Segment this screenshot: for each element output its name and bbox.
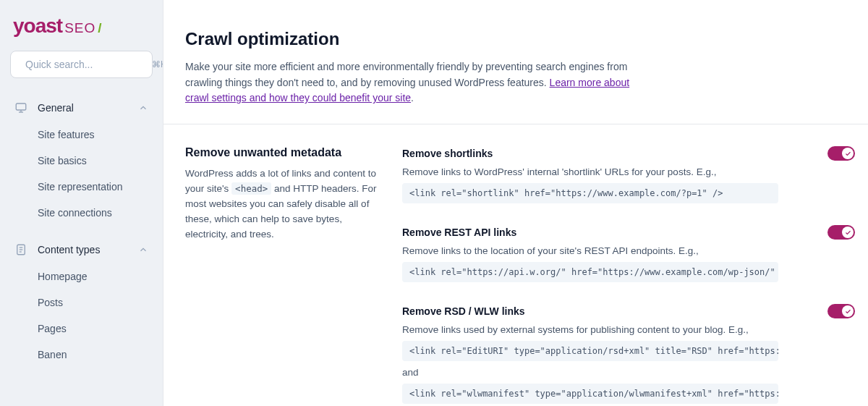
setting-title: Remove REST API links <box>402 227 516 238</box>
section-intro: Remove unwanted metadata WordPress adds … <box>185 146 402 406</box>
nav-title: Content types <box>38 244 128 255</box>
nav-section-content-types: Content types Homepage Posts Pages Banen <box>10 236 153 368</box>
section-title: Remove unwanted metadata <box>185 146 385 159</box>
setting-desc: Remove links to the location of your sit… <box>402 245 855 256</box>
page-header: Crawl optimization Make your site more e… <box>163 0 868 124</box>
toggle-remove-shortlinks[interactable] <box>827 146 855 161</box>
check-icon <box>845 308 851 315</box>
setting-remove-rsd-wlw-links: Remove RSD / WLW links Remove links used… <box>402 304 855 404</box>
sidebar-item-pages[interactable]: Pages <box>38 316 153 342</box>
monitor-icon <box>14 101 27 114</box>
settings-section: Remove unwanted metadata WordPress adds … <box>163 124 868 406</box>
setting-desc: Remove links used by external systems fo… <box>402 324 855 335</box>
settings-list: Remove shortlinks Remove links to WordPr… <box>402 146 868 406</box>
chevron-up-icon <box>138 245 148 255</box>
page-description: Make your site more efficient and more e… <box>185 59 648 106</box>
search-box[interactable]: ⌘K <box>10 51 153 78</box>
search-input[interactable] <box>25 59 152 70</box>
nav-header-content-types[interactable]: Content types <box>10 236 153 263</box>
page-title: Crawl optimization <box>185 29 845 49</box>
toggle-knob <box>842 148 854 159</box>
head-code: <head> <box>231 182 271 195</box>
sidebar-item-site-connections[interactable]: Site connections <box>38 200 153 226</box>
nav-title: General <box>38 102 128 114</box>
setting-title: Remove shortlinks <box>402 148 493 159</box>
sidebar-item-posts[interactable]: Posts <box>38 289 153 316</box>
sidebar-item-homepage[interactable]: Homepage <box>38 263 153 289</box>
document-icon <box>14 243 27 256</box>
setting-title: Remove RSD / WLW links <box>402 305 525 317</box>
logo-sub: SEO <box>64 20 95 36</box>
toggle-knob <box>842 305 854 317</box>
check-icon <box>845 151 851 157</box>
code-example: <link rel="https://api.w.org/" href="htt… <box>402 262 778 282</box>
sidebar-item-site-features[interactable]: Site features <box>38 122 153 148</box>
code-example-2: <link rel="wlwmanifest" type="applicatio… <box>402 384 778 404</box>
and-text: and <box>402 367 855 378</box>
setting-remove-shortlinks: Remove shortlinks Remove links to WordPr… <box>402 146 855 203</box>
toggle-remove-rsd-wlw-links[interactable] <box>827 304 855 318</box>
check-icon <box>845 229 851 236</box>
toggle-remove-rest-api-links[interactable] <box>827 225 855 240</box>
main-content: Crawl optimization Make your site more e… <box>163 0 868 406</box>
sidebar-item-site-representation[interactable]: Site representation <box>38 174 153 200</box>
nav-header-general[interactable]: General <box>10 94 153 122</box>
setting-remove-rest-api-links: Remove REST API links Remove links to th… <box>402 225 855 282</box>
sidebar: yoast SEO / ⌘K General Site features Sit… <box>0 0 163 406</box>
nav-section-general: General Site features Site basics Site r… <box>10 94 153 226</box>
sidebar-item-site-basics[interactable]: Site basics <box>38 148 153 174</box>
code-example: <link rel="shortlink" href="https://www.… <box>402 183 778 203</box>
setting-desc: Remove links to WordPress' internal 'sho… <box>402 166 855 177</box>
code-example: <link rel="EditURI" type="application/rs… <box>402 341 778 361</box>
sidebar-item-banen[interactable]: Banen <box>38 342 153 368</box>
svg-rect-2 <box>16 103 26 110</box>
logo: yoast SEO / <box>10 14 153 51</box>
toggle-knob <box>842 227 854 238</box>
chevron-up-icon <box>138 103 148 113</box>
section-desc: WordPress adds a lot of links and conten… <box>185 166 385 242</box>
logo-text: yoast <box>13 14 62 38</box>
logo-slash: / <box>98 20 101 36</box>
